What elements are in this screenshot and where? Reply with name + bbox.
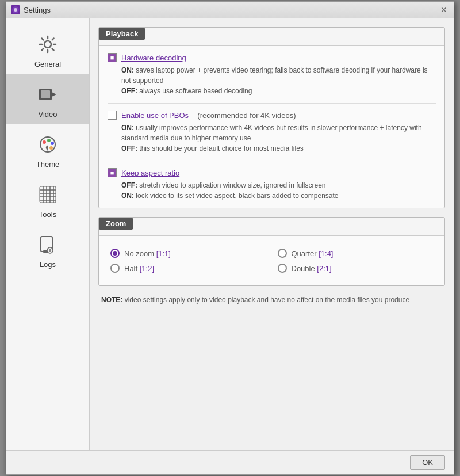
close-button[interactable]: ✕ bbox=[439, 5, 449, 15]
sidebar-label-general: General bbox=[34, 60, 61, 68]
playback-section-title: Playback bbox=[99, 28, 145, 40]
enable-pbos-label: Enable use of PBOs bbox=[121, 111, 189, 120]
svg-point-1 bbox=[14, 8, 17, 12]
keep-aspect-ratio-title-row: ■ Keep aspect ratio bbox=[108, 168, 436, 177]
hardware-decoding-option: ■ Hardware decoding ON: saves laptop pow… bbox=[108, 53, 436, 104]
svg-rect-5 bbox=[41, 90, 50, 98]
main-content: Playback ■ Hardware decoding ON: saves l… bbox=[90, 18, 454, 450]
sidebar-item-tools[interactable]: Tools bbox=[6, 174, 89, 224]
sidebar-item-video[interactable]: Video bbox=[6, 74, 89, 124]
sidebar-item-theme[interactable]: Theme bbox=[6, 124, 89, 174]
hardware-decoding-title-row: ■ Hardware decoding bbox=[108, 53, 436, 62]
titlebar-left: Settings bbox=[11, 5, 51, 14]
sidebar: General Video bbox=[6, 18, 90, 450]
sidebar-item-logs[interactable]: Logs bbox=[6, 224, 89, 275]
svg-point-7 bbox=[43, 140, 46, 144]
zoom-no-zoom[interactable]: No zoom [1:1] bbox=[110, 249, 266, 258]
hardware-decoding-label[interactable]: Hardware decoding bbox=[121, 54, 186, 62]
note-prefix: NOTE: bbox=[101, 296, 122, 304]
keep-aspect-ratio-label[interactable]: Keep aspect ratio bbox=[121, 169, 179, 177]
sidebar-label-theme: Theme bbox=[36, 160, 59, 169]
zoom-section-body: No zoom [1:1] Quarter [1:4] Half [1:2] bbox=[99, 236, 444, 285]
sidebar-label-tools: Tools bbox=[39, 210, 56, 219]
zoom-quarter-radio[interactable] bbox=[278, 249, 287, 258]
zoom-half-label: Half [1:2] bbox=[124, 264, 154, 273]
content-area: General Video bbox=[6, 18, 454, 450]
hardware-decoding-desc: ON: saves laptop power + prevents video … bbox=[121, 65, 436, 96]
titlebar: Settings ✕ bbox=[6, 2, 454, 18]
hardware-decoding-checkbox[interactable]: ■ bbox=[108, 53, 117, 62]
zoom-quarter-label: Quarter [1:4] bbox=[292, 249, 334, 258]
svg-point-24 bbox=[49, 250, 51, 252]
app-icon bbox=[11, 5, 20, 14]
window-title: Settings bbox=[24, 6, 51, 14]
sidebar-label-logs: Logs bbox=[40, 260, 56, 269]
zoom-no-zoom-label: No zoom [1:1] bbox=[124, 249, 171, 258]
sidebar-item-general[interactable]: General bbox=[6, 24, 89, 74]
ok-button[interactable]: OK bbox=[410, 455, 445, 470]
zoom-double[interactable]: Double [2:1] bbox=[278, 264, 434, 273]
zoom-no-zoom-radio[interactable] bbox=[110, 249, 120, 258]
zoom-double-label: Double [2:1] bbox=[292, 264, 332, 273]
enable-pbos-option: Enable use of PBOs (recommended for 4K v… bbox=[108, 111, 436, 161]
zoom-no-zoom-dot bbox=[113, 251, 117, 256]
zoom-double-radio[interactable] bbox=[278, 264, 287, 273]
zoom-half-radio[interactable] bbox=[110, 264, 120, 273]
sidebar-label-video: Video bbox=[38, 110, 57, 119]
note-text: NOTE: video settings apply only to video… bbox=[98, 295, 445, 305]
enable-pbos-title-row: Enable use of PBOs (recommended for 4K v… bbox=[108, 111, 436, 120]
playback-section-body: ■ Hardware decoding ON: saves laptop pow… bbox=[99, 46, 444, 208]
svg-point-2 bbox=[44, 41, 51, 48]
settings-window: Settings ✕ General bbox=[6, 1, 454, 475]
enable-pbos-checkbox[interactable] bbox=[108, 111, 117, 120]
zoom-quarter[interactable]: Quarter [1:4] bbox=[278, 249, 434, 258]
footer-bar: OK bbox=[6, 450, 454, 474]
gear-icon bbox=[36, 32, 60, 56]
tools-icon bbox=[36, 182, 60, 207]
enable-pbos-desc: ON: usually improves performance with 4K… bbox=[121, 123, 436, 154]
keep-aspect-ratio-desc: OFF: stretch video to application window… bbox=[121, 180, 436, 201]
palette-icon bbox=[36, 132, 60, 157]
zoom-section: Zoom No zoom [1:1] bbox=[98, 217, 445, 286]
playback-section: Playback ■ Hardware decoding ON: saves l… bbox=[98, 27, 445, 208]
note-content: video settings apply only to video playb… bbox=[125, 296, 409, 304]
zoom-half[interactable]: Half [1:2] bbox=[110, 264, 266, 273]
svg-point-9 bbox=[51, 142, 54, 145]
keep-aspect-ratio-option: ■ Keep aspect ratio OFF: stretch video t… bbox=[108, 168, 436, 201]
svg-marker-4 bbox=[52, 92, 56, 97]
keep-aspect-ratio-checkbox[interactable]: ■ bbox=[108, 168, 117, 177]
svg-point-8 bbox=[47, 139, 51, 142]
enable-pbos-subtitle: (recommended for 4K videos) bbox=[193, 111, 296, 120]
zoom-section-title: Zoom bbox=[99, 218, 133, 230]
svg-point-10 bbox=[49, 146, 53, 150]
logs-icon bbox=[36, 233, 60, 257]
zoom-options-grid: No zoom [1:1] Quarter [1:4] Half [1:2] bbox=[108, 243, 436, 279]
video-icon bbox=[36, 82, 60, 106]
